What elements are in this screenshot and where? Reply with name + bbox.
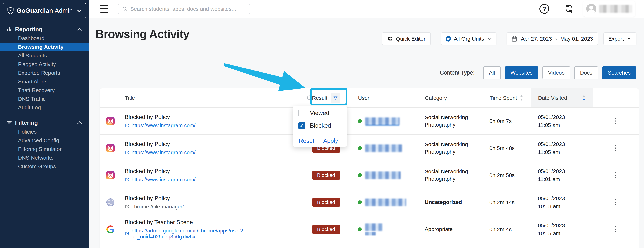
content-type-docs[interactable]: Docs: [574, 66, 598, 79]
sidebar-item-exported-reports[interactable]: Exported Reports: [0, 69, 89, 77]
online-dot: [358, 227, 362, 231]
reset-button[interactable]: Reset: [299, 137, 314, 144]
org-units-dropdown[interactable]: All Org Units: [441, 33, 496, 45]
account-menu[interactable]: [583, 1, 635, 17]
google-icon: [106, 225, 114, 233]
chevron-up-icon: [78, 28, 82, 31]
row-url-link[interactable]: https://admin.google.com/ac/chrome/apps/…: [125, 228, 299, 240]
sidebar-item-policies[interactable]: Policies: [0, 128, 89, 136]
content-type-searches[interactable]: Searches: [602, 66, 636, 79]
online-dot: [358, 119, 362, 123]
content-type-all[interactable]: All: [483, 66, 501, 79]
sidebar-item-audit-log[interactable]: Audit Log: [0, 103, 89, 112]
export-button[interactable]: Export: [604, 33, 636, 45]
global-search[interactable]: [118, 4, 250, 15]
redacted-user-link[interactable]: [365, 144, 402, 152]
row-title: Blocked by Policy: [125, 168, 299, 175]
sidebar-item-flagged-activity[interactable]: Flagged Activity: [0, 60, 89, 69]
column-header-date-visited[interactable]: Date Visited: [531, 88, 593, 107]
hamburger-menu-icon[interactable]: [100, 5, 108, 13]
table-row[interactable]: Blocked by Policy chrome://file-manager/…: [100, 189, 639, 216]
time-spent-cell: 0h 2m 4s: [486, 226, 531, 232]
sidebar-item-dashboard[interactable]: Dashboard: [0, 34, 89, 43]
column-header-time-spent[interactable]: Time Spent: [486, 88, 531, 107]
date-visited-cell: 05/01/2023 10:15 am: [531, 221, 593, 237]
column-header-title[interactable]: Title: [121, 88, 299, 107]
user-cell[interactable]: [353, 171, 421, 179]
org-switcher[interactable]: GoGuardian Admin: [2, 3, 86, 18]
category-cell: Appropriate: [421, 226, 486, 233]
sidebar-item-browsing-activity[interactable]: Browsing Activity: [0, 43, 89, 51]
sidebar: GoGuardian Admin Reporting Dashboard Bro…: [0, 0, 89, 248]
sidebar-section-reporting[interactable]: Reporting: [0, 25, 89, 34]
sidebar-item-dns-networks[interactable]: DNS Networks: [0, 153, 89, 162]
external-link-icon: [125, 123, 130, 128]
sort-date-visited[interactable]: [582, 95, 586, 100]
table-row[interactable]: Blocked by Policy https://www.instagram.…: [100, 107, 639, 135]
user-cell[interactable]: [353, 144, 421, 152]
row-url-link[interactable]: https://www.instagram.com/: [125, 150, 299, 156]
filter-option-blocked[interactable]: ✓ Blocked: [293, 120, 347, 132]
row-menu-kebab-icon[interactable]: [613, 197, 618, 207]
date-range-separator: ›: [555, 36, 557, 42]
row-url-link[interactable]: https://www.instagram.com/: [125, 122, 299, 129]
redacted-user-link[interactable]: [365, 171, 401, 179]
row-menu-kebab-icon[interactable]: [613, 224, 618, 234]
row-menu-kebab-icon[interactable]: [613, 116, 618, 126]
redacted-user-link[interactable]: [365, 117, 400, 125]
download-icon: [626, 36, 632, 42]
instagram-icon: [106, 171, 114, 179]
table-row[interactable]: Blocked by Policy https://www.instagram.…: [100, 135, 639, 162]
help-icon[interactable]: ?: [540, 4, 549, 14]
org-unit-icon: [446, 36, 451, 42]
apply-button[interactable]: Apply: [323, 137, 338, 144]
content-type-websites[interactable]: Websites: [505, 66, 538, 79]
redacted-user-link[interactable]: [365, 199, 406, 206]
status-badge: Blocked: [312, 198, 340, 207]
sort-time-spent[interactable]: [520, 95, 523, 100]
sidebar-item-advanced-config[interactable]: Advanced Config: [0, 136, 89, 145]
sidebar-item-dns-traffic[interactable]: DNS Traffic: [0, 95, 89, 103]
sidebar-item-filtering-simulator[interactable]: Filtering Simulator: [0, 145, 89, 153]
user-cell[interactable]: [353, 117, 421, 125]
goguardian-admin-app: GoGuardian Admin Reporting Dashboard Bro…: [0, 0, 644, 248]
content-type-videos[interactable]: Videos: [542, 66, 570, 79]
search-input[interactable]: [130, 6, 246, 12]
row-menu-kebab-icon[interactable]: [613, 170, 618, 180]
sidebar-item-custom-groups[interactable]: Custom Groups: [0, 162, 89, 171]
chevron-down-icon: [488, 38, 492, 40]
instagram-icon: [106, 144, 114, 152]
sidebar-item-all-students[interactable]: All Students: [0, 51, 89, 60]
column-header-user[interactable]: User: [353, 88, 421, 107]
redacted-user-link[interactable]: [365, 223, 382, 231]
column-header-category[interactable]: Category: [421, 88, 486, 107]
bar-chart-icon: [6, 27, 12, 32]
filter-lines-icon: [6, 120, 12, 126]
status-badge: Blocked: [312, 225, 340, 234]
checkbox-unchecked[interactable]: [298, 109, 305, 116]
title-search-icon[interactable]: [306, 95, 313, 101]
external-link-icon: [125, 177, 130, 182]
checkbox-checked[interactable]: ✓: [298, 122, 305, 129]
row-menu-kebab-icon[interactable]: [613, 143, 618, 153]
sidebar-item-smart-alerts[interactable]: Smart Alerts: [0, 77, 89, 86]
row-title: Blocked by Policy: [125, 195, 299, 202]
online-dot: [358, 200, 362, 204]
table-row[interactable]: Blocked by Teacher Scene https://admin.g…: [100, 216, 639, 243]
sidebar-section-filtering[interactable]: Filtering: [0, 118, 89, 128]
sync-icon[interactable]: [564, 4, 574, 13]
filter-option-viewed[interactable]: Viewed: [293, 107, 347, 119]
category-cell: Uncategorized: [421, 199, 486, 206]
partial-next-row: [100, 244, 639, 248]
result-filter-button[interactable]: [331, 93, 340, 103]
date-range-picker[interactable]: Apr 27, 2023 › May 01, 2023: [506, 33, 598, 45]
sidebar-item-theft-recovery[interactable]: Theft Recovery: [0, 86, 89, 95]
quick-editor-button[interactable]: Quick Editor: [382, 33, 431, 45]
status-badge: Blocked: [312, 171, 340, 180]
user-cell[interactable]: [353, 199, 421, 206]
user-cell[interactable]: [353, 223, 421, 235]
table-row[interactable]: Blocked by Policy https://www.instagram.…: [100, 162, 639, 189]
row-url-link[interactable]: https://www.instagram.com/: [125, 177, 299, 183]
funnel-icon: [333, 95, 338, 101]
online-dot: [358, 146, 362, 150]
